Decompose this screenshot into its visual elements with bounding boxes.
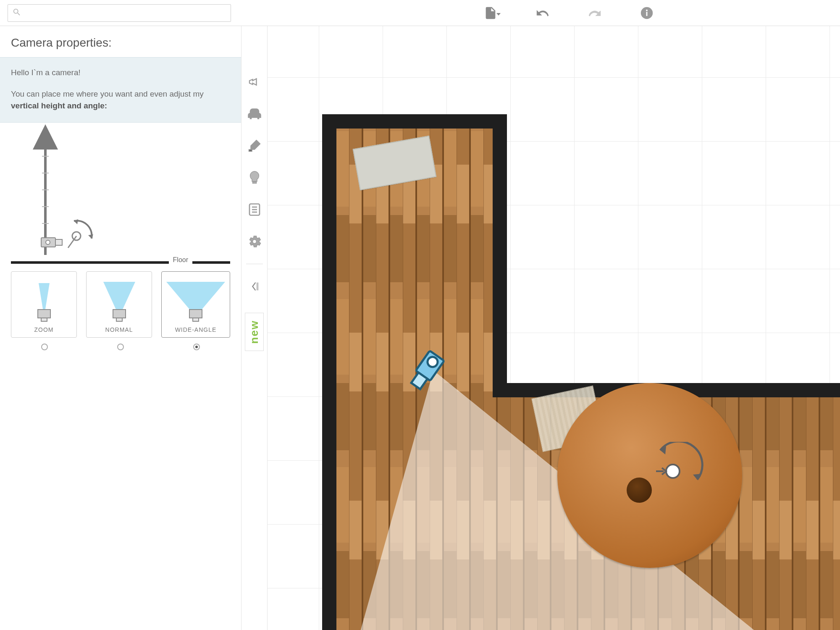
lens-option-normal[interactable]: NORMAL: [86, 271, 152, 338]
paint-tool[interactable]: [245, 136, 264, 155]
svg-rect-25: [249, 150, 252, 152]
undo-button[interactable]: [533, 4, 552, 22]
svg-point-43: [666, 465, 680, 478]
toolstrip: new: [242, 26, 268, 630]
info-desc-pre: You can place me where you want and even…: [11, 89, 204, 98]
floorplan-canvas[interactable]: [268, 26, 840, 630]
svg-rect-24: [193, 318, 199, 321]
lens-label: NORMAL: [105, 326, 133, 333]
lens-zoom-icon: [14, 277, 74, 323]
lens-radio-normal[interactable]: [117, 344, 124, 350]
floor-divider: Floor: [11, 261, 230, 264]
redo-button[interactable]: [585, 4, 604, 22]
rotate-handle[interactable]: [648, 442, 706, 502]
lens-normal-icon: [89, 277, 149, 323]
lens-label: ZOOM: [34, 326, 54, 333]
lens-options: ZOOM NORMAL WIDE-ANGLE: [0, 271, 241, 338]
info-desc-strong: vertical height and angle:: [11, 101, 107, 110]
svg-rect-1: [646, 12, 648, 16]
info-greeting: Hello I`m a camera!: [11, 67, 230, 79]
search-icon: [12, 8, 21, 18]
room-shape: [322, 114, 840, 630]
svg-rect-18: [41, 318, 47, 321]
lens-radio-wide-angle[interactable]: [193, 344, 200, 350]
svg-point-2: [646, 9, 648, 11]
svg-rect-21: [116, 318, 122, 321]
lighting-tool[interactable]: [245, 168, 264, 187]
info-description: You can place me where you want and even…: [11, 88, 230, 112]
camera-object[interactable]: [402, 349, 457, 397]
search-input[interactable]: [21, 8, 226, 17]
topbar: [0, 0, 840, 26]
svg-rect-17: [38, 310, 50, 318]
camera-tool[interactable]: [245, 72, 264, 92]
panel-title: Camera properties:: [0, 26, 241, 57]
height-angle-diagram[interactable]: [0, 123, 241, 257]
list-tool[interactable]: [245, 200, 264, 219]
lens-wide-icon: [164, 277, 227, 323]
lens-option-zoom[interactable]: ZOOM: [11, 271, 77, 338]
search-field[interactable]: [8, 4, 231, 22]
lens-option-wide-angle[interactable]: WIDE-ANGLE: [161, 271, 230, 338]
svg-rect-20: [113, 310, 126, 318]
properties-panel: Camera properties: Hello I`m a camera! Y…: [0, 26, 242, 630]
lens-radio-row: [0, 338, 241, 350]
settings-tool[interactable]: [245, 232, 264, 251]
floor-label: Floor: [169, 256, 192, 264]
collapse-panel-button[interactable]: [245, 277, 264, 296]
info-button[interactable]: [638, 4, 656, 22]
info-box: Hello I`m a camera! You can place me whe…: [0, 57, 241, 123]
svg-rect-23: [189, 310, 202, 318]
furniture-tool[interactable]: [245, 104, 264, 123]
topbar-actions: [481, 4, 832, 22]
lens-label: WIDE-ANGLE: [175, 326, 217, 333]
new-badge[interactable]: new: [245, 313, 264, 351]
svg-rect-10: [55, 239, 62, 245]
new-document-button[interactable]: [481, 4, 500, 22]
svg-point-11: [46, 240, 50, 244]
lens-radio-zoom[interactable]: [41, 344, 48, 350]
